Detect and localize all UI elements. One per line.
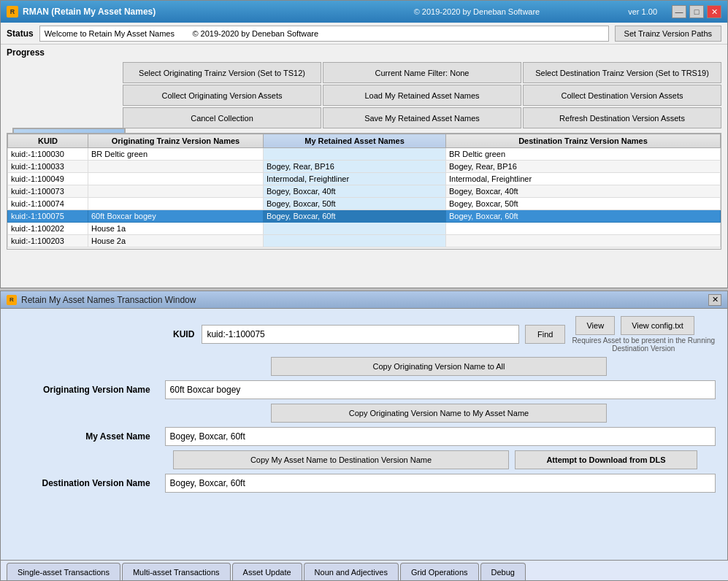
table-row[interactable]: kuid:-1:100030 BR Deltic green BR Deltic… [8,148,721,161]
collect-orig-button[interactable]: Collect Originating Version Assets [123,85,321,106]
main-window: R RMAN (Retain My Asset Names) © 2019-20… [0,0,728,288]
table-row[interactable]: kuid:-1:100075 60ft Boxcar bogey Bogey, … [8,210,721,223]
save-retained-button[interactable]: Save My Retained Asset Names [323,107,521,128]
table-row[interactable]: kuid:-1:100203 House 2a [8,235,721,247]
orig-version-field[interactable] [165,380,716,399]
cell-orig: BR Deltic green [88,148,264,161]
dest-version-field[interactable] [165,474,716,493]
kuid-field[interactable] [202,325,519,344]
status-label: Status [7,28,34,39]
cancel-collection-button[interactable]: Cancel Collection [123,107,321,128]
cell-orig [88,185,264,198]
sub-window-title: Retain My Asset Names Transaction Window [21,295,708,305]
cell-dest: Bogey, Boxcar, 60ft [446,210,721,223]
copy-orig-to-all-button[interactable]: Copy Originating Version Name to All [271,357,607,376]
tab-multi-asset-transactions[interactable]: Multi-asset Transactions [122,563,231,580]
tab-bar: Single-asset TransactionsMulti-asset Tra… [1,560,728,580]
cell-dest: BR Deltic green [446,148,721,161]
asset-table-container[interactable]: KUID Originating Trainz Version Names My… [7,133,721,250]
cell-kuid: kuid:-1:100202 [8,223,88,235]
set-paths-button[interactable]: Set Trainz Version Paths [615,26,721,42]
cell-dest: Bogey, Boxcar, 50ft [446,198,721,210]
cell-dest: Intermodal, Freightliner [446,173,721,185]
cell-retained: Bogey, Boxcar, 40ft [264,185,446,198]
sub-close-button[interactable]: ✕ [708,294,721,306]
table-row[interactable]: kuid:-1:100074 Bogey, Boxcar, 50ft Bogey… [8,198,721,210]
select-orig-button[interactable]: Select Originating Trainz Version (Set t… [123,62,321,83]
copy-my-to-dest-button[interactable]: Copy My Asset Name to Destination Versio… [173,450,509,469]
cell-kuid: kuid:-1:100049 [8,173,88,185]
cell-orig: House 1a [88,223,264,235]
orig-version-label: Originating Version Name [12,385,158,395]
download-dls-button[interactable]: Attempt to Download from DLS [515,450,697,469]
tab-grid-operations[interactable]: Grid Operations [400,563,479,580]
select-dest-button[interactable]: Select Destination Trainz Version (Set t… [523,62,721,83]
progress-label: Progress [7,47,45,58]
view-button[interactable]: View [575,316,615,335]
table-row[interactable]: kuid:-1:100033 Bogey, Rear, BP16 Bogey, … [8,161,721,173]
col-header-dest: Destination Trainz Version Names [446,134,721,148]
cell-dest: Bogey, Boxcar, 40ft [446,185,721,198]
cell-orig: 60ft Boxcar bogey [88,210,264,223]
tab-single-asset-transactions[interactable]: Single-asset Transactions [7,563,120,580]
my-asset-field[interactable] [165,427,716,446]
my-asset-row: My Asset Name [12,427,716,446]
cell-orig: House 2a [88,235,264,247]
sub-window: R Retain My Asset Names Transaction Wind… [0,290,728,581]
table-row[interactable]: kuid:-1:100073 Bogey, Boxcar, 40ft Bogey… [8,185,721,198]
tab-asset-update[interactable]: Asset Update [232,563,302,580]
current-filter-button[interactable]: Current Name Filter: None [323,62,521,83]
view-config-button[interactable]: View config.txt [621,316,694,335]
progress-area: Progress [1,45,727,61]
sub-content: KUID Find View View config.txt Requires … [1,309,727,504]
tab-debug[interactable]: Debug [480,563,526,580]
cell-retained [264,235,446,247]
cell-kuid: kuid:-1:100030 [8,148,88,161]
cell-dest: Bogey, Rear, BP16 [446,161,721,173]
refresh-dest-button[interactable]: Refresh Destination Version Assets [523,107,721,128]
dest-version-label: Destination Version Name [12,478,158,488]
cell-kuid: kuid:-1:100073 [8,185,88,198]
kuid-label: KUID [158,329,194,339]
kuid-row: KUID Find View View config.txt Requires … [12,316,716,353]
cell-retained: Bogey, Boxcar, 50ft [264,198,446,210]
main-window-title: RMAN (Retain My Asset Names) [23,7,326,17]
copy-orig-my-row: Copy Originating Version Name to My Asse… [12,404,716,423]
view-note: Requires Asset to be present in the Runn… [571,336,716,353]
cell-retained [264,223,446,235]
close-button[interactable]: ✕ [707,5,721,18]
copy-orig-to-my-button[interactable]: Copy Originating Version Name to My Asse… [271,404,607,423]
cell-kuid: kuid:-1:100075 [8,210,88,223]
cell-retained: Bogey, Boxcar, 60ft [264,210,446,223]
find-button[interactable]: Find [525,325,565,344]
cell-kuid: kuid:-1:100203 [8,235,88,247]
main-window-version: ver 1.00 [628,7,657,16]
cell-orig [88,173,264,185]
cell-dest [446,223,721,235]
col-header-kuid: KUID [8,134,88,148]
maximize-button[interactable]: □ [689,5,704,18]
main-window-icon: R [7,6,18,18]
collect-dest-button[interactable]: Collect Destination Version Assets [523,85,721,106]
button-grid: Select Originating Trainz Version (Set t… [123,62,721,128]
tab-noun-and-adjectives[interactable]: Noun and Adjectives [304,563,399,580]
view-group: View View config.txt Requires Asset to b… [571,316,716,353]
cell-retained [264,148,446,161]
cell-kuid: kuid:-1:100033 [8,161,88,173]
copy-orig-all-row: Copy Originating Version Name to All [12,357,716,376]
table-row[interactable]: kuid:-1:100049 Intermodal, Freightliner … [8,173,721,185]
col-header-retained: My Retained Asset Names [264,134,446,148]
cell-retained: Intermodal, Freightliner [264,173,446,185]
sub-window-icon: R [7,295,17,305]
orig-version-row: Originating Version Name [12,380,716,399]
cell-orig [88,161,264,173]
copy-my-dest-row: Copy My Asset Name to Destination Versio… [12,450,716,469]
minimize-button[interactable]: — [672,5,686,18]
load-retained-button[interactable]: Load My Retained Asset Names [323,85,521,106]
cell-dest [446,235,721,247]
main-title-bar: R RMAN (Retain My Asset Names) © 2019-20… [1,1,727,23]
table-row[interactable]: kuid:-1:100202 House 1a [8,223,721,235]
cell-retained: Bogey, Rear, BP16 [264,161,446,173]
dest-version-row: Destination Version Name [12,474,716,493]
status-input[interactable] [39,26,609,42]
